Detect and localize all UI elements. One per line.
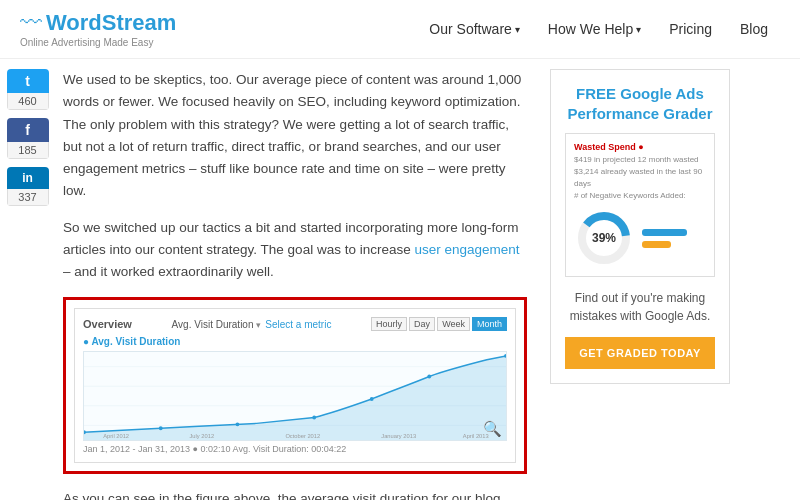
- chevron-down-icon: ▾: [515, 24, 520, 35]
- linkedin-share[interactable]: in 337: [7, 167, 49, 206]
- sidebar: FREE Google Ads Performance Grader Waste…: [545, 59, 740, 500]
- article-para3: As you can see in the figure above, the …: [63, 488, 527, 500]
- chart-week-btn[interactable]: Week: [437, 317, 470, 331]
- social-sidebar: t 460 f 185 in 337: [0, 59, 55, 500]
- facebook-share[interactable]: f 185: [7, 118, 49, 159]
- svg-point-9: [427, 375, 431, 379]
- chart-inner: Overview Avg. Visit Duration ▾ Select a …: [74, 308, 516, 463]
- svg-point-8: [370, 397, 374, 401]
- widget-inner: Wasted Spend ● $419 in projected 12 mont…: [565, 133, 715, 277]
- progress-bar-orange: [642, 241, 671, 248]
- chart-hourly-btn[interactable]: Hourly: [371, 317, 407, 331]
- svg-text:April 2012: April 2012: [103, 433, 129, 439]
- magnify-icon: 🔍: [483, 420, 502, 438]
- chart-footer: Jan 1, 2012 - Jan 31, 2013 ● 0:02:10 Avg…: [83, 444, 507, 454]
- twitter-count: 460: [7, 93, 49, 110]
- widget-title: FREE Google Ads Performance Grader: [565, 84, 715, 123]
- logo-name: WordStream: [46, 10, 176, 36]
- nav-how-we-help[interactable]: How We Help ▾: [536, 13, 653, 45]
- chart-series-label: ● Avg. Visit Duration: [83, 336, 507, 347]
- user-engagement-link[interactable]: user engagement: [414, 242, 519, 257]
- wasted-label: Wasted Spend ●: [574, 142, 706, 152]
- chart-box: Overview Avg. Visit Duration ▾ Select a …: [63, 297, 527, 474]
- facebook-icon: f: [7, 118, 49, 142]
- main-nav: Our Software ▾ How We Help ▾ Pricing Blo…: [417, 13, 780, 45]
- article-para1: We used to be skeptics, too. Our average…: [63, 69, 527, 203]
- main-content: We used to be skeptics, too. Our average…: [55, 59, 545, 500]
- svg-text:October 2012: October 2012: [285, 433, 320, 439]
- wasted-amounts: $419 in projected 12 month wasted $3,214…: [574, 154, 706, 202]
- chart-overview-label: Overview: [83, 318, 132, 330]
- chart-svg: April 2012 July 2012 October 2012 Januar…: [84, 352, 506, 440]
- twitter-share[interactable]: t 460: [7, 69, 49, 110]
- svg-point-6: [236, 423, 240, 427]
- logo-tagline: Online Advertising Made Easy: [20, 37, 176, 48]
- chart-avg-label: Avg. Visit Duration ▾: [172, 319, 262, 330]
- svg-text:July 2012: July 2012: [190, 433, 215, 439]
- donut-row: 39%: [574, 208, 706, 268]
- progress-bar-blue: [642, 229, 687, 236]
- linkedin-icon: in: [7, 167, 49, 189]
- svg-point-7: [312, 416, 316, 420]
- linkedin-count: 337: [7, 189, 49, 206]
- page-body: t 460 f 185 in 337 We used to be skeptic…: [0, 59, 800, 500]
- logo-waves-icon: 〰: [20, 10, 42, 36]
- chevron-down-icon: ▾: [636, 24, 641, 35]
- nav-blog[interactable]: Blog: [728, 13, 780, 45]
- svg-text:January 2013: January 2013: [381, 433, 416, 439]
- get-graded-button[interactable]: GET GRADED TODAY: [565, 337, 715, 369]
- nav-our-software[interactable]: Our Software ▾: [417, 13, 531, 45]
- chart-area: April 2012 July 2012 October 2012 Januar…: [83, 351, 507, 441]
- nav-pricing[interactable]: Pricing: [657, 13, 724, 45]
- donut-percent: 39%: [592, 231, 616, 245]
- chart-month-btn[interactable]: Month: [472, 317, 507, 331]
- chart-day-btn[interactable]: Day: [409, 317, 435, 331]
- article-para2: So we switched up our tactics a bit and …: [63, 217, 527, 284]
- chart-metric-link[interactable]: Select a metric: [265, 319, 331, 330]
- widget-description: Find out if you're making mistakes with …: [565, 289, 715, 325]
- facebook-count: 185: [7, 142, 49, 159]
- donut-container: 39%: [574, 208, 634, 268]
- svg-point-5: [159, 427, 163, 431]
- twitter-icon: t: [7, 69, 49, 93]
- progress-bars: [642, 229, 706, 248]
- site-header: 〰 WordStream Online Advertising Made Eas…: [0, 0, 800, 59]
- google-ads-widget: FREE Google Ads Performance Grader Waste…: [550, 69, 730, 384]
- logo-area: 〰 WordStream Online Advertising Made Eas…: [20, 10, 176, 48]
